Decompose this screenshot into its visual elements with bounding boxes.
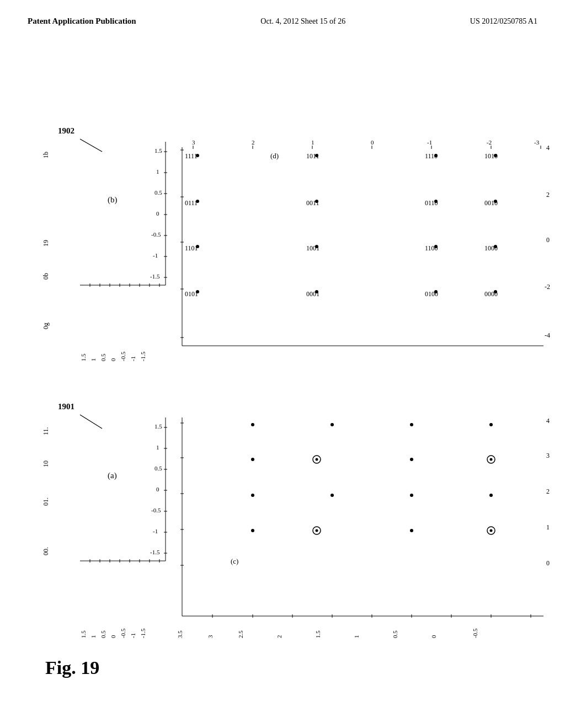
svg-line-0 [80, 139, 102, 152]
svg-point-73 [494, 290, 497, 293]
fig-label: Fig. 19 [45, 657, 99, 678]
svg-text:1.5: 1.5 [80, 354, 87, 361]
svg-point-68 [434, 245, 438, 248]
axis-label-0b: 0b [42, 273, 50, 280]
svg-text:0.5: 0.5 [100, 354, 106, 361]
svg-text:4: 4 [546, 144, 550, 152]
svg-text:10: 10 [42, 461, 50, 467]
svg-text:-0.5: -0.5 [120, 628, 126, 638]
svg-text:4: 4 [546, 417, 550, 425]
svg-text:1.5: 1.5 [315, 630, 321, 638]
label-b: (b) [108, 195, 118, 205]
svg-text:-3: -3 [534, 139, 540, 146]
bottom-left-x-axis: 1.5 1 0.5 0 -0.5 -1 -1.5 [80, 628, 146, 638]
svg-point-58 [196, 154, 199, 157]
svg-point-148 [410, 458, 413, 461]
top-left-axis: 1.5 1 0.5 0 -0.5 -1 -1.5 [80, 351, 146, 361]
svg-point-71 [315, 290, 318, 293]
svg-point-142 [331, 423, 334, 426]
svg-text:2: 2 [276, 635, 282, 639]
svg-text:2.5: 2.5 [237, 630, 244, 638]
svg-point-70 [196, 290, 199, 293]
code-0111: 0111 [185, 199, 198, 207]
svg-text:-2: -2 [487, 139, 492, 146]
svg-text:3: 3 [192, 139, 195, 146]
svg-text:-0.5: -0.5 [151, 231, 161, 238]
bottom-left-y-axis: 1.5 1 0.5 0 -0.5 -1 -1.5 [150, 423, 162, 555]
bottom-right-x-axis: 3.5 3 2.5 2 1.5 1 0.5 0 -0.5 [177, 628, 478, 638]
svg-text:2: 2 [252, 139, 255, 146]
svg-text:11.: 11. [42, 427, 50, 435]
label-a: (a) [108, 471, 117, 480]
svg-point-61 [494, 154, 497, 157]
svg-text:0: 0 [430, 635, 437, 638]
svg-point-158 [410, 529, 413, 532]
svg-text:-2: -2 [545, 283, 550, 291]
top-left-y-axis: 1.5 1 0.5 0 -0.5 -1 -1.5 [150, 147, 162, 280]
svg-point-150 [490, 458, 493, 461]
svg-point-69 [494, 245, 497, 248]
svg-text:-0.5: -0.5 [472, 628, 478, 638]
svg-point-63 [315, 200, 318, 203]
axis-label-0g: 0g [42, 323, 50, 329]
svg-point-65 [494, 200, 497, 203]
code-1101: 1101 [185, 244, 198, 252]
svg-text:0: 0 [546, 236, 550, 244]
svg-text:0.5: 0.5 [392, 630, 398, 638]
main-content: 1902 (b) 1b 19 0b 0g 1.5 1 0.5 0 -0.5 -1… [0, 31, 565, 728]
svg-point-157 [316, 529, 318, 532]
svg-text:1: 1 [311, 139, 315, 146]
svg-point-151 [251, 494, 254, 497]
publication-number: US 2012/0250785 A1 [470, 17, 537, 26]
svg-text:1: 1 [90, 358, 97, 362]
page-header: Patent Application Publication Oct. 4, 2… [0, 0, 565, 31]
svg-text:01.: 01. [42, 497, 50, 506]
svg-point-144 [489, 423, 493, 426]
svg-text:3: 3 [207, 635, 214, 638]
svg-point-64 [434, 200, 438, 203]
svg-text:1: 1 [156, 168, 159, 175]
bottom-right-y-axis: 4 3 2 1 0 [546, 417, 550, 567]
svg-text:-0.5: -0.5 [120, 351, 126, 361]
svg-point-160 [490, 529, 493, 532]
svg-text:0.5: 0.5 [154, 189, 162, 196]
svg-text:1.5: 1.5 [154, 147, 162, 154]
svg-text:-1.5: -1.5 [140, 351, 146, 361]
publication-date: Oct. 4, 2012 Sheet 15 of 26 [260, 17, 345, 26]
svg-text:2: 2 [546, 488, 550, 495]
svg-point-147 [316, 458, 318, 461]
label-d: (d) [270, 152, 279, 160]
svg-text:1: 1 [156, 444, 159, 451]
svg-point-72 [434, 290, 438, 293]
svg-text:0: 0 [156, 486, 159, 493]
svg-text:-1: -1 [427, 139, 432, 146]
svg-point-154 [489, 494, 493, 497]
svg-point-62 [196, 200, 199, 203]
svg-text:0: 0 [546, 559, 550, 567]
diagram-svg: 1902 (b) 1b 19 0b 0g 1.5 1 0.5 0 -0.5 -1… [0, 31, 565, 728]
label-1902: 1902 [58, 126, 74, 135]
svg-text:00.: 00. [42, 547, 50, 555]
top-right-y-axis: 4 2 0 -2 -4 [545, 144, 550, 339]
svg-text:0: 0 [110, 358, 116, 361]
label-c: (c) [231, 557, 238, 565]
svg-text:1: 1 [353, 635, 360, 639]
svg-point-67 [315, 245, 318, 248]
axis-label-1b: 1b [42, 152, 50, 158]
svg-text:0: 0 [156, 210, 159, 217]
svg-text:-0.5: -0.5 [151, 507, 161, 513]
svg-line-75 [80, 415, 102, 429]
svg-text:0.5: 0.5 [100, 630, 106, 638]
axis-label-19: 19 [42, 240, 50, 247]
svg-text:3: 3 [546, 452, 550, 459]
svg-text:0.5: 0.5 [154, 465, 162, 472]
svg-text:1.5: 1.5 [154, 423, 162, 430]
svg-point-60 [434, 154, 438, 157]
svg-text:3.5: 3.5 [177, 630, 183, 638]
bottom-left-labels: 11. 10 01. 00. [42, 427, 50, 555]
svg-text:0: 0 [110, 635, 116, 638]
svg-point-152 [331, 494, 334, 497]
svg-text:-1: -1 [153, 528, 158, 534]
svg-text:1: 1 [90, 635, 97, 639]
svg-text:-1: -1 [130, 356, 136, 361]
